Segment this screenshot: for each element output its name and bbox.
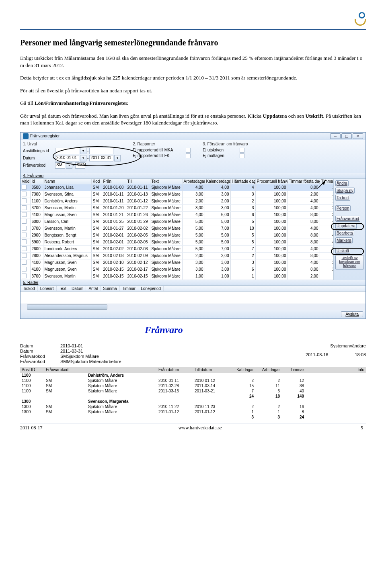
table-row[interactable]: 7300Svensson, StinaSM2010-01-112010-01-1… [21, 191, 333, 198]
page-footer: 2011-08-17 www.hantverksdata.se - 5 - [20, 423, 366, 431]
row-check[interactable] [22, 205, 27, 210]
table-row[interactable]: 1100Dahlström, AndersSM2010-01-112010-01… [21, 198, 333, 204]
table-row[interactable]: 3700Svensson, MartinSM2010-02-152010-02-… [21, 273, 333, 280]
utskrift-button[interactable]: Utskrift [335, 248, 350, 254]
table-row[interactable]: 4100Magnusson, SvenSM2010-02-152010-02-1… [21, 266, 333, 273]
annotation-caption: Frånvaro [145, 325, 366, 335]
rader-columns: TidkodLöneartTextDatumAntalSummaTimmarLö… [21, 286, 365, 292]
row-check[interactable] [22, 246, 27, 251]
brand-logo [355, 12, 366, 26]
bearbeta-button[interactable]: Bearbeta [335, 230, 354, 236]
report-row: 1100SMSjukdom Målare2011-02-282011-03-14… [20, 383, 366, 388]
kod-to[interactable]: SMM [75, 162, 85, 169]
franvaro-grid[interactable]: ValdIdNamnKodFrånTillTextArbetsdagarKale… [21, 179, 333, 280]
person-button[interactable]: Person [335, 205, 351, 211]
ta-bort-button[interactable]: Ta bort [335, 195, 350, 201]
grid-col[interactable]: Till [126, 179, 150, 184]
row-check[interactable] [22, 260, 27, 265]
report-group-header: 1100Dahlström, Anders [20, 373, 366, 378]
table-row[interactable]: 5900Rosberg, RobertSM2010-02-012010-02-0… [21, 239, 333, 245]
table-row[interactable]: 3700Svensson, MartinSM2010-01-272010-02-… [21, 225, 333, 232]
window-titlebar: Frånvaroregister ─ ▢ ✕ [21, 133, 365, 140]
row-check[interactable] [22, 233, 27, 237]
row-check[interactable] [22, 219, 27, 224]
maximize-button[interactable]: ▢ [341, 133, 352, 139]
section-urval: 1. Urval Anställnings id ▾ - Datum 2010-… [23, 142, 121, 169]
grid-col[interactable]: Från [102, 179, 126, 184]
row-check[interactable] [22, 198, 27, 203]
markera-button[interactable]: Markera [335, 237, 353, 243]
grid-col[interactable]: Id [30, 179, 43, 184]
report-row: 1100SMSjukdom Målare2010-01-112010-01-12… [20, 378, 366, 383]
datum-from[interactable]: 2010-01-01 [55, 155, 79, 161]
report-printout: Datum2010-01-01Datum2011-03-31Frånvaroko… [20, 343, 366, 420]
app-icon [23, 133, 29, 139]
paragraph-2: Detta betyder att t ex en långtidssjuk s… [20, 74, 366, 82]
table-row[interactable]: 4100Magnusson, SvenSM2010-02-102010-02-1… [21, 259, 333, 266]
anst-id-from[interactable] [55, 148, 79, 154]
skapa-ny-button[interactable]: Skapa ny [335, 188, 355, 194]
table-row[interactable]: 3700Svensson, MartinSM2010-01-202010-01-… [21, 204, 333, 211]
horizontal-scrollbar[interactable] [21, 304, 365, 310]
svg-line-0 [185, 180, 326, 188]
minimize-button[interactable]: ─ [330, 133, 341, 139]
window-title: Frånvaroregister [30, 134, 60, 138]
grid-col[interactable]: Text [150, 179, 182, 184]
side-button-panel: ÄndraSkapa nyTa bortPersonFrånvarokodUpp… [333, 179, 365, 280]
page-heading: Personer med långvarig semesterlönegrund… [20, 38, 366, 47]
table-row[interactable]: 2600Lundmark, AndersSM2010-02-022010-02-… [21, 245, 333, 252]
annotation-arrow [181, 156, 354, 188]
row-check[interactable] [22, 192, 27, 196]
row-check[interactable] [22, 226, 27, 231]
table-row[interactable]: 2900Bengtsson, BengtSM2010-02-012010-02-… [21, 232, 333, 239]
table-row[interactable]: 4100Magnusson, SvenSM2010-01-212010-01-2… [21, 211, 333, 218]
grid-col[interactable]: Kod [91, 179, 102, 184]
table-row[interactable]: 6000Larsson, CarlSM2010-01-252010-01-29S… [21, 218, 333, 225]
row-check[interactable] [22, 185, 27, 190]
paragraph-4: Gå till Lön/Frånvarohantering/Frånvarore… [20, 100, 366, 107]
report-row: 1100SMSjukdom Målare2011-03-152011-03-21… [20, 388, 366, 394]
grid-col[interactable]: Vald [21, 179, 30, 184]
paragraph-3: För att få en översikt på frånvarotiden … [20, 87, 366, 94]
header-rule [20, 29, 366, 30]
report-row: 1300SMSjukdom Målare2011-01-122011-01-12… [20, 409, 366, 414]
datum-to[interactable]: 2011-03-31 [89, 155, 113, 161]
uppdatera-button[interactable]: Uppdatera [335, 223, 357, 229]
checkbox-mka[interactable] [186, 148, 191, 153]
kod-from[interactable]: SM [55, 162, 65, 169]
report-totals: 2418140 [20, 394, 366, 399]
anst-id-to[interactable] [89, 148, 113, 154]
paragraph-5: Gör urval på datum och frånvarokod. Man … [20, 112, 366, 127]
utskrift-av-försäkran-om-frånvaro-button[interactable]: Utskrift av försäkran om frånvaro [335, 255, 364, 270]
paragraph-1: Enligt utskicket från Målarmästarna den … [20, 55, 366, 69]
row-check[interactable] [22, 239, 27, 244]
section-rader-header: 5. Rader [21, 280, 365, 286]
row-check[interactable] [22, 212, 27, 217]
grid-col[interactable]: Namn [43, 179, 91, 184]
table-row[interactable]: 2800Alexandersson, MagnusSM2010-02-08201… [21, 252, 333, 259]
report-totals: 3324 [20, 414, 366, 420]
close-button[interactable]: ✕ [353, 133, 363, 139]
row-check[interactable] [22, 253, 27, 258]
report-group-header: 1300Svensson, Margareta [20, 399, 366, 404]
report-row: 1300SMSjukdom Målare2010-11-222010-11-23… [20, 404, 366, 409]
frånvarokod-button[interactable]: Frånvarokod [335, 216, 360, 222]
lookup-button[interactable]: ▾ [66, 162, 72, 169]
row-check[interactable] [22, 274, 27, 278]
rader-body [21, 292, 365, 304]
lookup-button[interactable]: ▾ [114, 155, 121, 161]
svg-marker-1 [322, 180, 326, 185]
lookup-button[interactable]: ▾ [80, 148, 86, 154]
lookup-button[interactable]: ▾ [80, 155, 86, 161]
row-check[interactable] [22, 267, 27, 272]
checkbox-utskriven[interactable] [240, 148, 244, 153]
avsluta-button[interactable]: Avsluta [341, 311, 363, 317]
